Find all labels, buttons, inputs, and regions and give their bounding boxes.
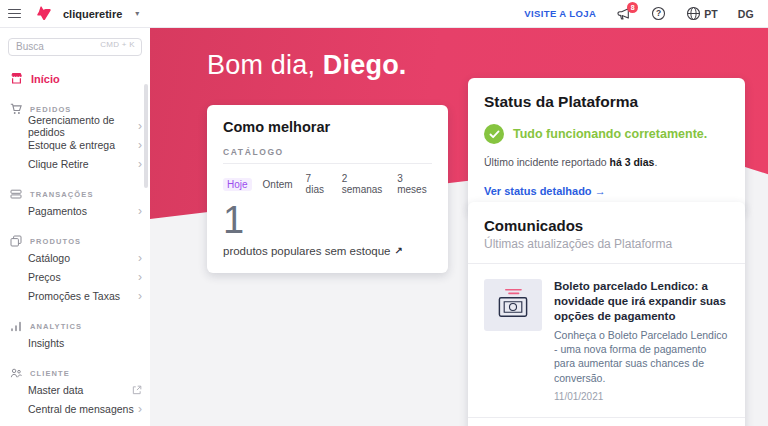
platform-status-card: Status da Plataforma Tudo funcionando co… (468, 78, 745, 213)
tab-7-dias[interactable]: 7 dias (304, 172, 331, 196)
app-window: cliqueretire ▾ VISITE A LOJA 8 ? (0, 0, 768, 426)
chevron-right-icon: › (138, 158, 142, 170)
visit-store-link[interactable]: VISITE A LOJA (524, 8, 596, 19)
cart-icon (10, 103, 22, 115)
announcements-title: Comunicados (484, 217, 729, 234)
arrow-up-right-icon: ↗ (395, 245, 403, 256)
greeting-light: Bom dia, (207, 50, 315, 80)
metric-link[interactable]: produtos populares sem estoque ↗ (223, 245, 432, 257)
sidebar-item-insights[interactable]: Insights (0, 334, 150, 353)
status-detail-link[interactable]: Ver status detalhado → (484, 185, 606, 197)
sidebar-item-catalogo[interactable]: Catálogo › (0, 249, 150, 268)
tab-hoje[interactable]: Hoje (223, 178, 252, 191)
sidebar-section-produtos: PRODUTOS (0, 234, 150, 249)
metric-value: 1 (223, 200, 432, 242)
announcement-date: 11/01/2021 (554, 391, 729, 402)
catalog-section-label: CATÁLOGO (223, 147, 432, 164)
analytics-bars-icon (10, 320, 22, 332)
external-link-icon (132, 385, 142, 395)
sidebar-section-transacoes: TRANSAÇÕES (0, 187, 150, 202)
sidebar-item-central-de-mensagens[interactable]: Central de mensagens › (0, 400, 150, 419)
chevron-right-icon: › (138, 271, 142, 283)
transactions-icon (10, 188, 22, 200)
sidebar-item-pagamentos[interactable]: Pagamentos › (0, 202, 150, 221)
period-tabs: Hoje Ontem 7 dias 2 semanas 3 meses (223, 172, 432, 196)
customers-icon (10, 367, 22, 379)
hamburger-menu-icon[interactable] (8, 7, 21, 21)
sidebar-item-clique-retire[interactable]: Clique Retire › (0, 155, 150, 174)
greeting-name: Diego. (323, 50, 407, 80)
language-selector[interactable]: PT (686, 6, 717, 21)
topbar-left: cliqueretire ▾ (8, 6, 139, 21)
status-card-title: Status da Plataforma (484, 93, 729, 111)
improve-card: Como melhorar CATÁLOGO Hoje Ontem 7 dias… (207, 105, 448, 273)
last-incident-text: Último incidente reportado há 3 dias. (484, 156, 729, 168)
announcement-description: Conheça o Boleto Parcelado Lendico - uma… (554, 328, 729, 386)
sidebar-item-label: Início (31, 73, 60, 85)
announcements-megaphone-icon[interactable]: 8 (616, 7, 631, 21)
svg-text:?: ? (656, 8, 661, 18)
greeting: Bom dia, Diego. (207, 50, 407, 81)
sidebar-search: CMD + K (8, 36, 142, 56)
improve-card-title: Como melhorar (223, 119, 432, 135)
help-icon[interactable]: ? (651, 6, 666, 21)
sidebar-item-gerenciamento-de-pedidos[interactable]: Gerenciamento de pedidos › (0, 117, 150, 136)
chevron-right-icon: › (138, 290, 142, 302)
sidebar-item-inicio[interactable]: Início (0, 69, 150, 89)
sidebar-item-estoque-entrega[interactable]: Estoque & entrega › (0, 136, 150, 155)
globe-icon (686, 6, 701, 21)
notification-badge: 8 (627, 2, 638, 13)
tab-3-meses[interactable]: 3 meses (395, 172, 432, 196)
announcements-card: Comunicados Últimas atualizações da Plat… (468, 202, 745, 426)
user-avatar[interactable]: DG (738, 8, 754, 20)
language-label: PT (704, 8, 717, 20)
status-ok-row: Tudo funcionando corretamente. (484, 124, 729, 144)
sidebar-item-precos[interactable]: Preços › (0, 268, 150, 287)
announcement-title: Boleto parcelado Lendico: a novidade que… (554, 279, 729, 325)
chevron-right-icon: › (138, 139, 142, 151)
main-content: Bom dia, Diego. Como melhorar CATÁLOGO H… (150, 28, 768, 426)
tab-ontem[interactable]: Ontem (261, 178, 295, 191)
sidebar-section-analytics: ANALYTICS (0, 319, 150, 334)
storefront-icon (10, 72, 23, 85)
announcements-subtitle: Últimas atualizações da Plataforma (484, 237, 729, 251)
search-shortcut-hint: CMD + K (100, 40, 135, 49)
tab-2-semanas[interactable]: 2 semanas (340, 172, 386, 196)
store-caret-down-icon[interactable]: ▾ (135, 9, 139, 18)
sidebar-scrollbar[interactable] (144, 84, 148, 188)
announcement-item-boleto[interactable]: Boleto parcelado Lendico: a novidade que… (468, 264, 745, 417)
announcements-header: Comunicados Últimas atualizações da Plat… (468, 202, 745, 263)
topbar-right: VISITE A LOJA 8 ? PT (524, 6, 754, 21)
sidebar-item-promocoes-taxas[interactable]: Promoções e Taxas › (0, 287, 150, 306)
chevron-right-icon: › (138, 205, 142, 217)
topbar: cliqueretire ▾ VISITE A LOJA 8 ? (0, 0, 768, 28)
sidebar: CMD + K Início PEDIDOS Gerenciamento de … (0, 28, 150, 426)
status-ok-message: Tudo funcionando corretamente. (513, 127, 707, 141)
chevron-right-icon: › (138, 120, 142, 132)
chevron-right-icon: › (138, 403, 142, 415)
chevron-right-icon: › (138, 252, 142, 264)
check-icon (484, 124, 504, 144)
sidebar-item-master-data[interactable]: Master data (0, 381, 150, 400)
money-icon (484, 279, 542, 331)
sidebar-section-cliente: CLIENTE (0, 366, 150, 381)
store-name[interactable]: cliqueretire (63, 8, 122, 20)
announcement-item-afiliacoes[interactable]: Afiliações com split nativo e alteração … (468, 418, 745, 426)
products-icon (10, 235, 22, 247)
announcement-body: Boleto parcelado Lendico: a novidade que… (554, 279, 729, 402)
vtex-logo-icon[interactable] (36, 6, 52, 21)
